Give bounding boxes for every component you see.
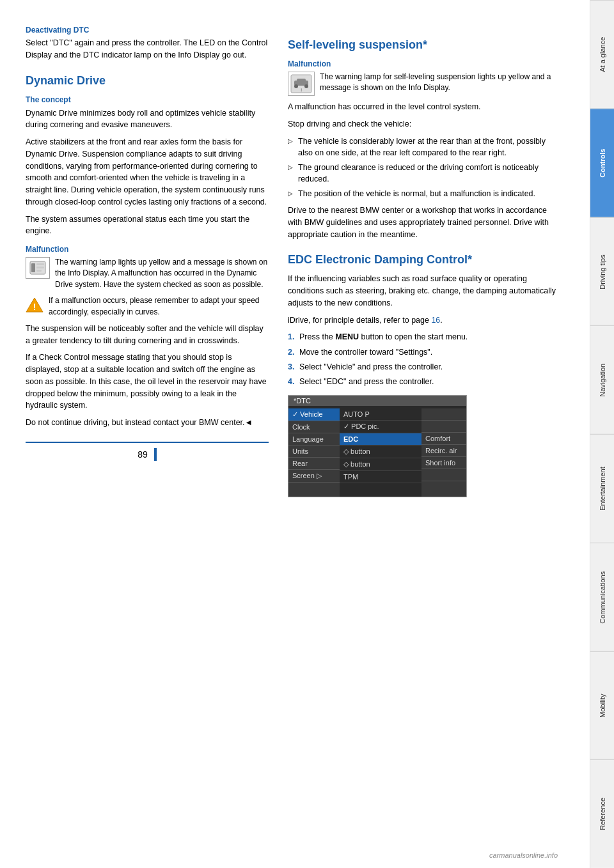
sidebar-tab-entertainment[interactable]: Entertainment [590,434,614,543]
svg-point-12 [304,84,308,88]
edc-step-1-text: Press the MENU button to open the start … [299,332,468,341]
bullet-item-1: The vehicle is considerably lower at the… [288,136,556,159]
edc-right-empty1 [421,408,466,421]
self-leveling-body2: Stop driving and check the vehicle: [288,118,556,130]
sidebar-tab-reference[interactable]: Reference [590,759,614,868]
edc-menu-left-units[interactable]: Units [288,446,340,458]
edc-menu-left-language[interactable]: Language [288,433,340,446]
self-leveling-notice-box: ↕ The warning lamp for self-leveling sus… [288,72,556,96]
malfunction-notice-box: The warning lamp lights up yellow and a … [26,257,269,290]
edc-title: EDC Electronic Damping Control* [288,253,556,267]
edc-right-shortinfo[interactable]: Short info [421,457,466,469]
deactivating-dtc-body: Select "DTC" again and press the control… [26,37,269,61]
dynamic-drive-section: Dynamic Drive The concept Dynamic Drive … [26,74,269,429]
deactivating-dtc-title: Deactivating DTC [26,26,269,35]
dynamic-drive-title: Dynamic Drive [26,74,269,88]
concept-body1: Dynamic Drive minimizes body roll and op… [26,107,269,132]
deactivating-dtc-section: Deactivating DTC Select "DTC" again and … [26,26,269,61]
sidebar-tab-navigation[interactable]: Navigation [590,325,614,434]
sidebar-tab-driving-tips[interactable]: Driving tips [590,217,614,326]
edc-step-3: 3. Select "Vehicle" and press the contro… [288,361,556,373]
edc-body2: iDrive, for principle details, refer to … [288,314,556,327]
edc-menu-left: ✓ Vehicle Clock Language Units Rear Scre… [288,408,340,497]
edc-center-pdc[interactable]: ✓ PDC pic. [340,421,421,433]
svg-rect-5 [36,270,42,272]
svg-rect-4 [36,267,44,268]
edc-step-1: 1. Press the MENU button to open the sta… [288,331,556,343]
edc-body1: If the influencing variables such as roa… [288,273,556,309]
warning-icon [26,257,50,279]
edc-screenshot: *DTC ✓ Vehicle Clock Language Units Rear… [288,395,467,497]
svg-rect-2 [31,263,35,272]
bullet-item-2: The ground clearance is reduced or the d… [288,162,556,185]
malfunction-title-left: Malfunction [26,245,269,254]
edc-center-button1[interactable]: ◇ button [340,446,421,458]
self-leveling-body1: A malfunction has occurred in the level … [288,101,556,113]
edc-step-1-num: 1. [288,331,294,343]
page-number: 89 [138,449,148,460]
svg-rect-10 [297,79,306,82]
edc-right-empty2 [421,421,466,433]
svg-text:↕: ↕ [300,87,303,93]
svg-rect-3 [36,263,44,265]
edc-step-3-num: 3. [288,361,294,373]
malfunction-body3: Do not continue driving, but instead con… [26,417,269,429]
malfunction-warning-text: If a malfunction occurs, please remember… [49,295,269,318]
concept-body2: Active stabilizers at the front and rear… [26,136,269,208]
edc-right-empty3 [421,469,466,481]
concept-body3: The system assumes operational status ea… [26,213,269,238]
watermark-bar: carmanualsonline.info [0,842,590,868]
edc-center-edc[interactable]: EDC [340,433,421,446]
edc-section: EDC Electronic Damping Control* If the i… [288,253,556,497]
edc-menu-left-clock[interactable]: Clock [288,421,340,433]
edc-menu-far-right: Comfort Recirc. air Short info [421,408,466,497]
edc-steps-list: 1. Press the MENU button to open the sta… [288,331,556,387]
edc-menu-left-rear[interactable]: Rear [288,458,340,470]
concept-title: The concept [26,95,269,104]
edc-right-recirc[interactable]: Recirc. air [421,445,466,457]
triangle-warning-icon: ! [26,297,43,313]
page-bar-decoration [154,448,157,461]
edc-center-tpm[interactable]: TPM [340,471,421,483]
edc-center-autop[interactable]: AUTO P [340,408,421,421]
self-leveling-section: Self-leveling suspension* Malfunction [288,38,556,240]
malfunction-warning-box: ! If a malfunction occurs, please rememb… [26,295,269,318]
sidebar: At a glance Controls Driving tips Naviga… [590,0,614,868]
self-leveling-title: Self-leveling suspension* [288,38,556,52]
edc-step-4-text: Select "EDC" and press the controller. [299,377,434,386]
sidebar-tab-mobility[interactable]: Mobility [590,651,614,760]
edc-menu-center: AUTO P ✓ PDC pic. EDC ◇ button ◇ button … [340,408,421,497]
edc-step-3-text: Select "Vehicle" and press the controlle… [299,362,443,371]
sidebar-tab-at-a-glance[interactable]: At a glance [590,0,614,109]
malfunction-body2: If a Check Control message stating that … [26,352,269,412]
bullet-item-3: The position of the vehicle is normal, b… [288,188,556,199]
edc-step-2-text: Move the controller toward "Settings". [299,348,432,357]
self-leveling-body3: Drive to the nearest BMW center or a wor… [288,205,556,240]
watermark-text: carmanualsonline.info [489,851,558,859]
self-leveling-notice-text: The warning lamp for self-leveling suspe… [320,72,556,94]
svg-point-11 [294,84,298,88]
self-level-icon: ↕ [288,72,315,96]
edc-step-4-num: 4. [288,376,294,387]
edc-idrive-text: iDrive, for principle details, refer to … [288,316,429,325]
edc-step-2: 2. Move the controller toward "Settings"… [288,346,556,358]
edc-page-ref[interactable]: 16 [431,316,440,325]
sidebar-tab-controls[interactable]: Controls [590,109,614,217]
edc-menu-title: *DTC [288,396,466,406]
edc-menu-left-vehicle[interactable]: ✓ Vehicle [288,408,340,421]
self-leveling-malfunction-title: Malfunction [288,59,556,68]
svg-text:!: ! [33,302,36,312]
edc-step-2-num: 2. [288,346,294,358]
malfunction-notice-text: The warning lamp lights up yellow and a … [55,257,269,290]
sidebar-tab-communications[interactable]: Communications [590,543,614,651]
edc-menu-left-screen[interactable]: Screen ▷ [288,470,340,483]
malfunction-body1: The suspension will be noticeably softer… [26,323,269,347]
edc-right-comfort[interactable]: Comfort [421,433,466,445]
edc-menu-body: ✓ Vehicle Clock Language Units Rear Scre… [288,408,466,497]
page-number-area: 89 [26,442,269,461]
self-leveling-bullets: The vehicle is considerably lower at the… [288,136,556,200]
edc-center-button2[interactable]: ◇ button [340,458,421,471]
edc-step-4: 4. Select "EDC" and press the controller… [288,376,556,387]
